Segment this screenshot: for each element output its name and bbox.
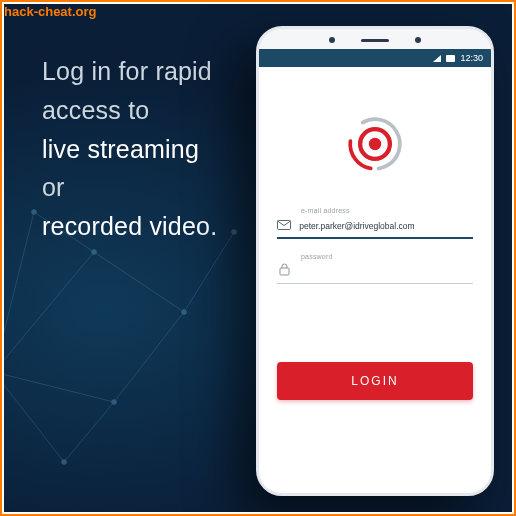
app-logo-icon bbox=[344, 113, 406, 175]
svg-line-2 bbox=[4, 372, 114, 402]
speaker-grille-icon bbox=[361, 39, 389, 42]
login-button[interactable]: LOGIN bbox=[277, 362, 473, 400]
promo-frame: hack-cheat.org L bbox=[0, 0, 516, 516]
svg-point-10 bbox=[92, 250, 97, 255]
status-time: 12:30 bbox=[460, 53, 483, 63]
email-input[interactable] bbox=[299, 215, 473, 231]
watermark-text: hack-cheat.org bbox=[4, 4, 96, 19]
svg-line-3 bbox=[114, 312, 184, 402]
promo-background: Log in for rapid access to live streamin… bbox=[4, 4, 512, 512]
svg-line-5 bbox=[4, 212, 34, 372]
android-status-bar: 12:30 bbox=[259, 49, 491, 67]
password-label: password bbox=[301, 253, 333, 260]
svg-point-11 bbox=[182, 310, 187, 315]
promo-line5: recorded video. bbox=[42, 212, 217, 240]
login-form: e-mail address password bbox=[259, 211, 491, 284]
signal-icon bbox=[433, 55, 441, 62]
phone-mockup: 12:30 e-mail address bbox=[256, 26, 494, 496]
svg-point-13 bbox=[32, 210, 37, 215]
promo-line4: or bbox=[42, 173, 65, 201]
promo-headline: Log in for rapid access to live streamin… bbox=[42, 52, 217, 246]
promo-line3: live streaming bbox=[42, 135, 199, 163]
svg-point-12 bbox=[112, 400, 117, 405]
phone-hardware-top bbox=[259, 29, 491, 49]
login-screen: e-mail address password LOGI bbox=[259, 67, 491, 493]
svg-point-14 bbox=[62, 460, 67, 465]
email-label: e-mail address bbox=[301, 207, 350, 214]
password-field-row[interactable]: password bbox=[277, 257, 473, 284]
svg-line-0 bbox=[4, 252, 94, 372]
battery-icon bbox=[446, 55, 455, 62]
password-input[interactable] bbox=[299, 261, 473, 277]
svg-line-8 bbox=[4, 372, 64, 462]
lock-icon bbox=[277, 263, 291, 277]
email-field-row[interactable]: e-mail address bbox=[277, 211, 473, 239]
svg-line-6 bbox=[64, 402, 114, 462]
mail-icon bbox=[277, 220, 291, 231]
svg-point-19 bbox=[369, 138, 381, 150]
front-camera-icon bbox=[329, 37, 335, 43]
svg-line-1 bbox=[94, 252, 184, 312]
svg-point-15 bbox=[232, 230, 237, 235]
app-logo-container bbox=[259, 67, 491, 211]
promo-line1: Log in for rapid bbox=[42, 57, 212, 85]
sensor-icon bbox=[415, 37, 421, 43]
promo-line2: access to bbox=[42, 96, 149, 124]
svg-rect-21 bbox=[280, 268, 289, 275]
